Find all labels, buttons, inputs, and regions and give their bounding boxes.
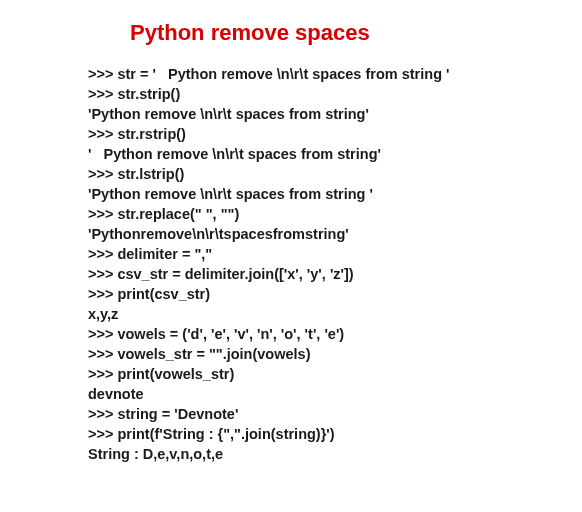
code-line: 'Python remove \n\r\t spaces from string… — [88, 104, 582, 124]
code-line: >>> str = ' Python remove \n\r\t spaces … — [88, 64, 582, 84]
code-line: devnote — [88, 384, 582, 404]
code-line: ' Python remove \n\r\t spaces from strin… — [88, 144, 582, 164]
code-line: >>> print(vowels_str) — [88, 364, 582, 384]
code-line: >>> vowels = ('d', 'e', 'v', 'n', 'o', '… — [88, 324, 582, 344]
code-line: >>> print(f'String : {",".join(string)}'… — [88, 424, 582, 444]
code-line: >>> csv_str = delimiter.join(['x', 'y', … — [88, 264, 582, 284]
code-line: >>> str.rstrip() — [88, 124, 582, 144]
code-line: >>> print(csv_str) — [88, 284, 582, 304]
code-line: >>> vowels_str = "".join(vowels) — [88, 344, 582, 364]
page-title: Python remove spaces — [0, 20, 582, 46]
code-line: >>> string = 'Devnote' — [88, 404, 582, 424]
code-line: String : D,e,v,n,o,t,e — [88, 444, 582, 464]
code-line: 'Python remove \n\r\t spaces from string… — [88, 184, 582, 204]
code-line: >>> delimiter = "," — [88, 244, 582, 264]
code-line: 'Pythonremove\n\r\tspacesfromstring' — [88, 224, 582, 244]
code-block: >>> str = ' Python remove \n\r\t spaces … — [0, 64, 582, 464]
code-line: >>> str.lstrip() — [88, 164, 582, 184]
code-line: >>> str.strip() — [88, 84, 582, 104]
code-line: >>> str.replace(" ", "") — [88, 204, 582, 224]
code-line: x,y,z — [88, 304, 582, 324]
